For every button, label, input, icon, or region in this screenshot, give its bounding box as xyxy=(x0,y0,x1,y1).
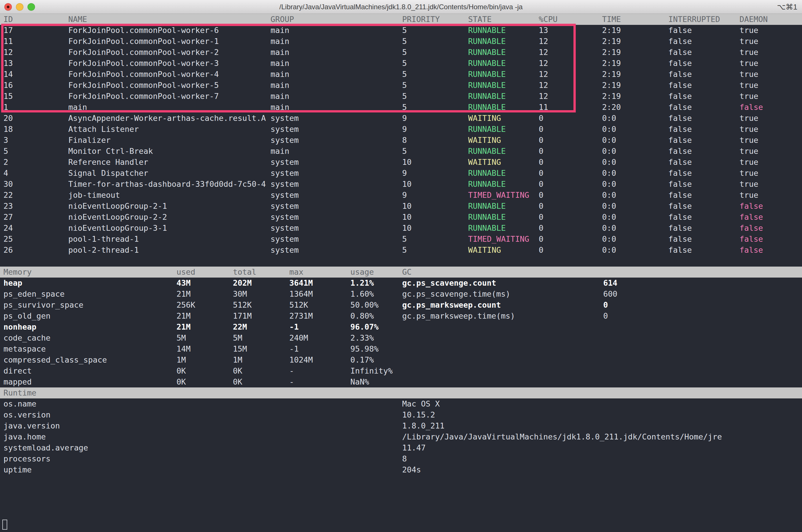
memory-max: 3641M xyxy=(289,278,313,288)
gc-metric-label: gc.ps_scavenge.count xyxy=(402,278,496,288)
thread-daemon: true xyxy=(740,47,758,58)
thread-row: 1mainmain5RUNNABLE112:20falsefalse xyxy=(0,102,802,113)
thread-interrupted: false xyxy=(668,58,692,69)
thread-priority: 10 xyxy=(402,179,412,190)
thread-state: RUNNABLE xyxy=(468,223,506,234)
thread-row: 25pool-1-thread-1system5TIMED_WAITING00:… xyxy=(0,234,802,245)
memory-max: -1 xyxy=(289,322,299,332)
memory-max: - xyxy=(289,377,294,387)
thread-column-header: GROUP xyxy=(271,14,294,25)
thread-name: nioEventLoopGroup-2-1 xyxy=(68,201,167,212)
terminal-screen[interactable]: IDNAMEGROUPPRIORITYSTATE%CPUTIMEINTERRUP… xyxy=(0,14,802,532)
thread-name: Monitor Ctrl-Break xyxy=(68,146,153,157)
thread-id: 26 xyxy=(3,245,13,255)
thread-priority: 5 xyxy=(402,47,407,58)
thread-interrupted: false xyxy=(668,80,692,91)
memory-pool-label: mapped xyxy=(3,377,32,387)
thread-time: 0:0 xyxy=(602,157,616,168)
thread-daemon: false xyxy=(740,223,763,234)
thread-group: system xyxy=(271,124,299,135)
thread-interrupted: false xyxy=(668,113,692,124)
thread-time: 2:19 xyxy=(602,91,621,102)
thread-id: 14 xyxy=(3,69,13,80)
thread-name: ForkJoinPool.commonPool-worker-3 xyxy=(68,58,219,69)
thread-priority: 9 xyxy=(402,124,407,135)
runtime-table-body: os.nameMac OS Xos.version10.15.2java.ver… xyxy=(0,398,802,475)
memory-total: 171M xyxy=(233,310,252,322)
thread-state: RUNNABLE xyxy=(468,69,506,80)
memory-used: 0K xyxy=(177,365,186,377)
memory-used: 21M xyxy=(177,322,191,332)
thread-name: ForkJoinPool.commonPool-worker-2 xyxy=(68,47,219,58)
memory-used: 1M xyxy=(177,355,186,365)
thread-id: 18 xyxy=(3,124,13,135)
memory-pool-label: code_cache xyxy=(3,332,51,343)
thread-column-header: PRIORITY xyxy=(402,14,440,25)
memory-total: 0K xyxy=(233,365,242,377)
memory-total: 1M xyxy=(233,355,242,365)
memory-row: mapped0K0K-NaN% xyxy=(0,377,802,387)
thread-state: RUNNABLE xyxy=(468,36,506,47)
thread-name: main xyxy=(68,102,87,113)
memory-pool-label: heap xyxy=(3,278,22,288)
thread-priority: 5 xyxy=(402,58,407,69)
thread-daemon: false xyxy=(740,102,763,113)
memory-pool-label: compressed_class_space xyxy=(3,355,107,365)
thread-priority: 5 xyxy=(402,69,407,80)
thread-id: 15 xyxy=(3,91,13,102)
thread-id: 1 xyxy=(3,102,8,113)
memory-max: -1 xyxy=(289,343,299,355)
thread-time: 0:0 xyxy=(602,201,616,212)
thread-interrupted: false xyxy=(668,157,692,168)
thread-daemon: true xyxy=(740,124,758,135)
thread-cpu: 0 xyxy=(539,124,543,135)
memory-usage: 0.17% xyxy=(350,355,374,365)
thread-cpu: 0 xyxy=(539,201,543,212)
thread-id: 24 xyxy=(3,223,13,234)
thread-group: system xyxy=(271,223,299,234)
thread-interrupted: false xyxy=(668,124,692,135)
thread-priority: 5 xyxy=(402,36,407,47)
thread-cpu: 11 xyxy=(539,102,548,113)
thread-state: WAITING xyxy=(468,113,501,124)
thread-column-header: NAME xyxy=(68,14,87,25)
terminal-window: /Library/Java/JavaVirtualMachines/jdk1.8… xyxy=(0,0,802,532)
thread-column-header: TIME xyxy=(602,14,621,25)
memory-usage: 1.60% xyxy=(350,288,374,300)
runtime-row: uptime204s xyxy=(0,464,802,475)
thread-daemon: true xyxy=(740,168,758,179)
runtime-property-value: Mac OS X xyxy=(402,398,440,410)
thread-row: 2Reference Handlersystem10WAITING00:0fal… xyxy=(0,157,802,168)
thread-name: ForkJoinPool.commonPool-worker-6 xyxy=(68,25,219,36)
thread-row: 11ForkJoinPool.commonPool-worker-1main5R… xyxy=(0,36,802,47)
thread-state: RUNNABLE xyxy=(468,25,506,36)
thread-row: 4Signal Dispatchersystem9RUNNABLE00:0fal… xyxy=(0,168,802,179)
thread-id: 12 xyxy=(3,47,13,58)
thread-daemon: true xyxy=(740,69,758,80)
thread-row: 17ForkJoinPool.commonPool-worker-6main5R… xyxy=(0,25,802,36)
thread-time: 0:0 xyxy=(602,179,616,190)
thread-state: RUNNABLE xyxy=(468,201,506,212)
thread-group: system xyxy=(271,157,299,168)
thread-name: Signal Dispatcher xyxy=(68,168,148,179)
thread-row: 16ForkJoinPool.commonPool-worker-5main5R… xyxy=(0,80,802,91)
runtime-property-label: java.version xyxy=(3,420,60,431)
thread-cpu: 12 xyxy=(539,58,548,69)
thread-id: 27 xyxy=(3,212,13,223)
memory-row: direct0K0K-Infinity% xyxy=(0,365,802,377)
memory-pool-label: ps_eden_space xyxy=(3,288,65,300)
thread-column-header: DAEMON xyxy=(740,14,768,25)
thread-group: system xyxy=(271,234,299,245)
thread-time: 2:19 xyxy=(602,36,621,47)
thread-name: ForkJoinPool.commonPool-worker-7 xyxy=(68,91,219,102)
thread-group: system xyxy=(271,212,299,223)
thread-row: 27nioEventLoopGroup-2-2system10RUNNABLE0… xyxy=(0,212,802,223)
thread-id: 22 xyxy=(3,190,13,201)
memory-usage: 50.00% xyxy=(350,300,379,310)
thread-priority: 5 xyxy=(402,25,407,36)
thread-priority: 9 xyxy=(402,168,407,179)
memory-max: 1024M xyxy=(289,355,313,365)
memory-pool-label: metaspace xyxy=(3,343,46,355)
memory-pool-label: ps_survivor_space xyxy=(3,300,83,310)
thread-cpu: 0 xyxy=(539,245,543,255)
